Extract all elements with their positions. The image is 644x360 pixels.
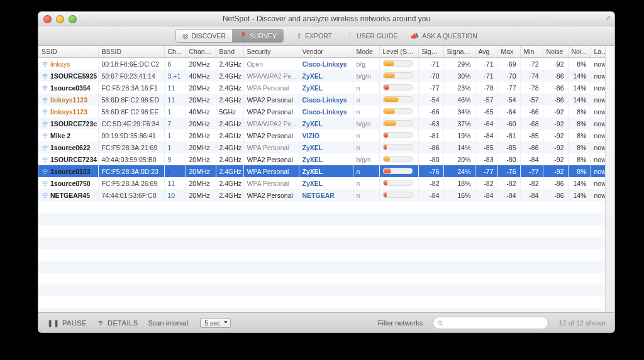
signal-pct: 37% bbox=[443, 117, 475, 129]
wifi-icon bbox=[42, 133, 48, 139]
avg: -78 bbox=[475, 82, 497, 94]
level-bar bbox=[379, 165, 418, 177]
channel-width: 20MHz bbox=[186, 129, 216, 141]
pause-button[interactable]: ❚❚ PAUSE bbox=[47, 319, 87, 327]
column-header[interactable]: Las... bbox=[591, 46, 605, 58]
band: 2.4GHz bbox=[216, 177, 243, 189]
max: -85 bbox=[497, 141, 520, 153]
wifi-icon bbox=[42, 109, 48, 115]
column-header[interactable]: Signal % bbox=[443, 46, 475, 58]
column-header[interactable]: Avg bbox=[475, 46, 497, 58]
survey-tab[interactable]: 📍 SURVEY bbox=[232, 30, 283, 42]
noise-pct: 14% bbox=[568, 94, 591, 106]
table-row[interactable]: 1source0354FC:F5:28:3A:16:F11120MHz2.4GH… bbox=[38, 82, 605, 94]
column-header[interactable]: Security bbox=[243, 46, 299, 58]
column-header[interactable]: Noise bbox=[543, 46, 568, 58]
mode: n bbox=[353, 94, 379, 106]
security: WPA Personal bbox=[243, 82, 299, 94]
last-seen: now bbox=[591, 165, 605, 177]
column-header[interactable]: Noi... bbox=[568, 46, 591, 58]
signal: -66 bbox=[418, 106, 443, 117]
empty-row bbox=[38, 297, 605, 308]
table-header[interactable]: SSIDBSSIDCh...Chann...BandSecurityVendor… bbox=[38, 46, 605, 58]
table-row[interactable]: 1source0103FC:F5:28:3A:0D:23620MHz2.4GHz… bbox=[38, 165, 605, 177]
svg-point-9 bbox=[45, 173, 45, 173]
networks-table: SSIDBSSIDCh...Chann...BandSecurityVendor… bbox=[38, 46, 614, 312]
channel: 11 bbox=[164, 82, 186, 94]
channel: 3,+1 bbox=[164, 70, 186, 82]
last-seen: now bbox=[591, 177, 605, 189]
level-bar bbox=[379, 189, 418, 201]
table-row[interactable]: linksys00:18:F8:6E:DC:C2620MHz2.4GHzOpen… bbox=[38, 58, 605, 70]
column-header[interactable]: Level (SNR) bbox=[379, 46, 418, 58]
last-seen: now bbox=[591, 58, 605, 70]
wifi-icon bbox=[97, 319, 104, 327]
table-row[interactable]: linksys112358:6D:8F:C2:98:EE140MHz5GHzWP… bbox=[38, 106, 605, 117]
table-row[interactable]: Mike 200:19:9D:35:86:41120MHz2.4GHzWPA2 … bbox=[38, 129, 605, 141]
ssid: NETGEAR45 bbox=[50, 192, 90, 199]
noise-pct: 14% bbox=[568, 189, 591, 201]
column-header[interactable]: BSSID bbox=[98, 46, 164, 58]
svg-point-13 bbox=[438, 320, 442, 324]
column-header[interactable]: Max bbox=[497, 46, 520, 58]
column-header[interactable]: Min bbox=[520, 46, 543, 58]
scrollbar[interactable] bbox=[605, 46, 614, 312]
max: -84 bbox=[497, 189, 520, 201]
filter-input[interactable] bbox=[433, 317, 548, 329]
signal-pct: 16% bbox=[443, 189, 475, 201]
signal-pct: 30% bbox=[443, 70, 475, 82]
signal: -70 bbox=[418, 70, 443, 82]
level-bar bbox=[379, 82, 418, 94]
avg: -57 bbox=[475, 94, 497, 106]
max: -81 bbox=[497, 129, 520, 141]
channel: 1 bbox=[164, 141, 186, 153]
noise-pct: 8% bbox=[568, 129, 591, 141]
table-row[interactable]: 1source0622FC:F5:28:3A:21:69120MHz2.4GHz… bbox=[38, 141, 605, 153]
security: WPA/WPA2 Pe... bbox=[243, 117, 299, 129]
svg-point-12 bbox=[100, 324, 101, 324]
export-button[interactable]: ⇪ EXPORT bbox=[296, 32, 332, 40]
channel: 11 bbox=[164, 177, 186, 189]
table-row[interactable]: 1SOURCE723440:4A:03:59:05:B0920MHz2.4GHz… bbox=[38, 153, 605, 165]
last-seen: now bbox=[591, 70, 605, 82]
min: -78 bbox=[520, 82, 543, 94]
column-header[interactable]: SSID bbox=[38, 46, 98, 58]
column-header[interactable]: Signal bbox=[418, 46, 443, 58]
table-row[interactable]: 1SOURCE592550:67:F0:23:41:143,+140MHz2.4… bbox=[38, 70, 605, 82]
avg: -84 bbox=[475, 129, 497, 141]
vendor: ZyXEL bbox=[299, 117, 353, 129]
interval-select[interactable]: 5 sec bbox=[200, 318, 231, 328]
column-header[interactable]: Ch... bbox=[164, 46, 186, 58]
min: -66 bbox=[520, 106, 543, 117]
last-seen: now bbox=[591, 189, 605, 201]
min: -85 bbox=[520, 129, 543, 141]
table-row[interactable]: 1source0750FC:F5:28:3A:26:691120MHz2.4GH… bbox=[38, 177, 605, 189]
noise: -86 bbox=[543, 189, 568, 201]
noise-pct: 14% bbox=[568, 82, 591, 94]
level-bar bbox=[379, 129, 418, 141]
column-header[interactable]: Chann... bbox=[186, 46, 216, 58]
security: WPA Personal bbox=[243, 141, 299, 153]
userguide-button[interactable]: ❔ USER GUIDE bbox=[345, 32, 397, 40]
column-header[interactable]: Vendor bbox=[299, 46, 353, 58]
column-header[interactable]: Mode bbox=[353, 46, 379, 58]
column-header[interactable]: Band bbox=[216, 46, 243, 58]
table-row[interactable]: NETGEAR4574:44:01:53:6F:C81020MHz2.4GHzW… bbox=[38, 189, 605, 201]
security: WPA Personal bbox=[243, 177, 299, 189]
signal: -81 bbox=[418, 129, 443, 141]
level-bar bbox=[379, 70, 418, 82]
ask-button[interactable]: 📣 ASK A QUESTION bbox=[410, 32, 477, 40]
bssid: FC:F5:28:3A:26:69 bbox=[98, 177, 164, 189]
discover-tab[interactable]: ◎ DISCOVER bbox=[176, 30, 232, 42]
table-row[interactable]: linksys112358:6D:8F:C2:98:ED1120MHz2.4GH… bbox=[38, 94, 605, 106]
avg: -77 bbox=[475, 165, 497, 177]
max: -77 bbox=[497, 82, 520, 94]
last-seen: now bbox=[591, 94, 605, 106]
table-row[interactable]: 1SOURCE723cCC:5D:4E:29:F6:34720MHz2.4GHz… bbox=[38, 117, 605, 129]
channel: 6 bbox=[164, 165, 186, 177]
security: WPA2 Personal bbox=[243, 189, 299, 201]
details-button[interactable]: DETAILS bbox=[97, 319, 138, 327]
signal: -86 bbox=[418, 141, 443, 153]
fullscreen-icon[interactable]: ⤢ bbox=[606, 14, 611, 21]
statusbar: ❚❚ PAUSE DETAILS Scan interval: 5 sec Fi… bbox=[38, 312, 614, 333]
